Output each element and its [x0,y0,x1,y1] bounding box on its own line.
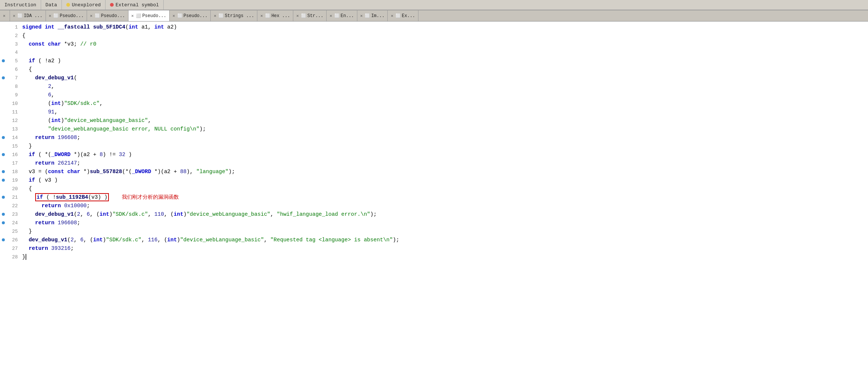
code-line-19: 19 if ( v3 ) [0,176,868,185]
line-13-code: "device_webLanguage_basic error, NULL co… [21,125,868,133]
doc-pseudo2-close-icon[interactable]: ✕ [90,13,93,18]
doc-im-close-icon[interactable]: ✕ [360,13,363,18]
line-19-num: 19 [7,176,21,185]
doc-tab-pseudo1[interactable]: ✕ ⬜ Pseudo... [46,10,87,21]
line-19-dot [0,179,7,182]
line-8-num: 8 [7,83,21,91]
doc-pseudo1-label: Pseudo... [60,13,84,19]
tab-external-label: External symbol [116,2,159,8]
tab-unexplored[interactable]: Unexplored [62,0,106,10]
line-18-code: v3 = (const char *)sub_557828(*(_DWORD *… [21,168,868,176]
doc-en-close-icon[interactable]: ✕ [330,13,332,18]
doc-tab-pseudo3[interactable]: ✕ ⬜ Pseudo... [128,10,170,21]
unexplored-indicator [66,3,70,7]
tab-instruction[interactable]: Instruction [0,0,41,10]
line-8-code: 2, [21,82,868,90]
code-line-8: 8 2, [0,82,868,91]
code-line-26: 26 dev_debug_v1(2, 6, (int)"SDK/sdk.c", … [0,236,868,244]
doc-en-icon: ⬜ [334,13,340,18]
code-line-5: 5 if ( !a2 ) [0,57,868,65]
line-9-num: 9 [7,91,21,99]
doc-tab-hex[interactable]: ✕ ⬜ Hex ... [257,10,293,21]
line-17-code: return 262147; [21,159,868,167]
code-line-14: 14 return 196608; [0,133,868,142]
top-tab-bar: Instruction Data Unexplored External sym… [0,0,868,10]
line-16-num: 16 [7,151,21,159]
doc-tab-strings[interactable]: ✕ ⬜ Strings ... [211,10,257,21]
doc-tab-pseudo2[interactable]: ✕ ⬜ Pseudo... [87,10,128,21]
line-22-num: 22 [7,202,21,210]
line-10-code: (int)"SDK/sdk.c", [21,99,868,108]
doc-pseudo1-close-icon[interactable]: ✕ [49,13,51,18]
line-2-num: 2 [7,32,21,40]
code-line-13: 13 "device_webLanguage_basic error, NULL… [0,125,868,133]
tab-instruction-label: Instruction [4,2,36,8]
line-7-num: 7 [7,74,21,82]
global-close-icon[interactable]: ✕ [3,13,6,18]
doc-tab-ida[interactable]: ✕ ⬜ IDA ... [10,10,46,21]
tab-external-symbol[interactable]: External symbol [106,0,164,10]
line-24-code: return 196608; [21,219,868,227]
doc-pseudo2-label: Pseudo... [101,13,125,19]
doc-pseudo3-close-icon[interactable]: ✕ [131,13,134,18]
line-21-dot [0,196,7,199]
line-11-code: 91, [21,108,868,116]
line-5-dot [0,59,7,62]
doc-tab-str[interactable]: ✕ ⬜ Str... [293,10,327,21]
line-1-code: signed int __fastcall sub_5F1DC4(int a1,… [21,23,868,31]
doc-strings-label: Strings ... [225,13,254,19]
code-line-27: 27 return 393216; [0,244,868,253]
line-20-num: 20 [7,185,21,193]
code-line-4: 4 [0,49,868,57]
line-20-code: { [21,185,868,193]
doc-strings-close-icon[interactable]: ✕ [214,13,216,18]
code-line-6: 6 { [0,65,868,74]
doc-tab-bar: ✕ ✕ ⬜ IDA ... ✕ ⬜ Pseudo... ✕ ⬜ Pseudo..… [0,10,868,22]
doc-hex-close-icon[interactable]: ✕ [260,13,263,18]
line-13-num: 13 [7,125,21,133]
line-26-dot [0,238,7,241]
doc-ida-close-icon[interactable]: ✕ [13,13,16,18]
code-line-3: 3 const char *v3; // r0 [0,40,868,49]
code-line-12: 12 (int)"device_webLanguage_basic", [0,116,868,125]
doc-en-label: En... [341,13,354,19]
line-28-num: 28 [7,253,21,261]
doc-im-icon: ⬜ [365,13,370,18]
code-line-21: 21 if ( !sub_1192B4(v3) ) 我们刚才分析的漏洞函数 [0,193,868,202]
doc-tab-en[interactable]: ✕ ⬜ En... [327,10,357,21]
doc-ida-label: IDA ... [24,13,42,19]
tab-data-label: Data [46,2,57,8]
tab-data[interactable]: Data [41,0,62,10]
code-line-15: 15 } [0,142,868,151]
line-15-code: } [21,142,868,150]
line-6-code: { [21,65,868,73]
doc-str-close-icon[interactable]: ✕ [296,13,299,18]
code-line-23: 23 dev_debug_v1(2, 6, (int)"SDK/sdk.c", … [0,210,868,219]
line-28-code: } [21,253,868,261]
line-24-dot [0,221,7,224]
doc-tab-pseudo4[interactable]: ✕ ⬜ Pseudo... [170,10,211,21]
doc-ex-close-icon[interactable]: ✕ [391,13,393,18]
code-line-10: 10 (int)"SDK/sdk.c", [0,99,868,108]
line-17-num: 17 [7,159,21,168]
code-line-16: 16 if ( *(_DWORD *)(a2 + 8) != 32 ) [0,151,868,159]
line-4-num: 4 [7,49,21,57]
line-21-code: if ( !sub_1192B4(v3) ) 我们刚才分析的漏洞函数 [21,193,868,201]
doc-tab-im[interactable]: ✕ ⬜ Im... [357,10,388,21]
tab-unexplored-label: Unexplored [72,2,101,8]
line-21-annotation: 我们刚才分析的漏洞函数 [122,194,179,200]
doc-pseudo4-label: Pseudo... [184,13,208,19]
code-line-11: 11 91, [0,108,868,116]
doc-tab-close-global[interactable]: ✕ [0,10,10,21]
line-7-dot [0,76,7,79]
line-14-num: 14 [7,134,21,142]
cursor [26,254,26,260]
doc-tab-ex[interactable]: ✕ ⬜ Ex... [388,10,418,21]
line-26-code: dev_debug_v1(2, 6, (int)"SDK/sdk.c", 116… [21,236,868,244]
doc-pseudo4-close-icon[interactable]: ✕ [173,13,175,18]
line-12-code: (int)"device_webLanguage_basic", [21,116,868,125]
line-19-code: if ( v3 ) [21,176,868,184]
line-27-code: return 393216; [21,244,868,252]
line-23-num: 23 [7,211,21,219]
code-editor[interactable]: 1 signed int __fastcall sub_5F1DC4(int a… [0,22,868,367]
